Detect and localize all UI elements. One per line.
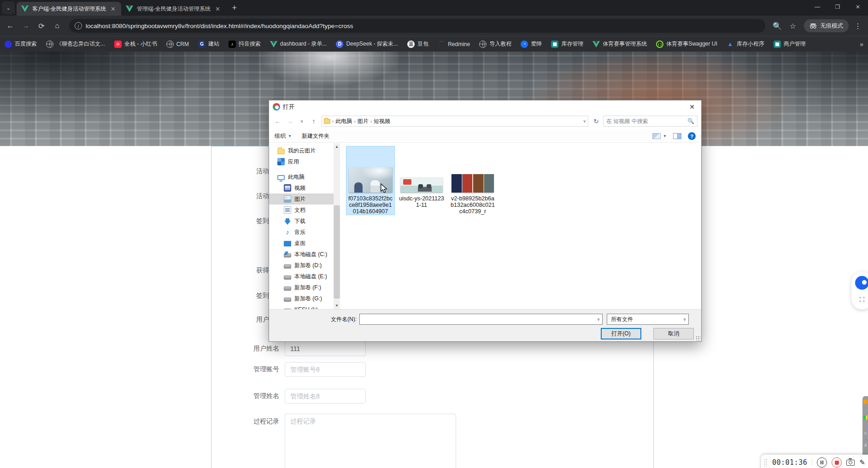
bookmark-item[interactable]: 体育赛事管理系统 bbox=[592, 40, 647, 48]
preview-pane-icon[interactable] bbox=[673, 133, 681, 139]
cancel-button[interactable]: 取消 bbox=[653, 328, 694, 339]
assistant-drag-handle-icon[interactable] bbox=[858, 296, 866, 303]
bookmark-item[interactable]: ▦库存管理 bbox=[551, 40, 583, 48]
new-tab-button[interactable]: + bbox=[229, 2, 240, 14]
bookmark-item[interactable]: ⌒Redmine bbox=[438, 41, 470, 48]
bookmark-item[interactable]: { }体育赛事Swagger UI bbox=[656, 40, 717, 48]
bookmark-item[interactable]: ◔爱降 bbox=[521, 40, 542, 48]
new-folder-button[interactable]: 新建文件夹 bbox=[302, 132, 329, 140]
filename-dropdown-icon[interactable]: ∨ bbox=[595, 317, 602, 322]
site-info-icon[interactable]: i bbox=[75, 22, 82, 29]
scrollbar-thumb[interactable] bbox=[334, 205, 340, 298]
help-icon[interactable]: ? bbox=[688, 132, 696, 140]
bookmark-item[interactable]: ♪抖音搜索 bbox=[229, 40, 261, 48]
back-button[interactable]: ← bbox=[4, 19, 17, 32]
bookmark-item[interactable]: 豆豆包 bbox=[407, 40, 428, 48]
tab-search-button[interactable]: ⌄ bbox=[2, 1, 15, 14]
dialog-titlebar[interactable]: 打开 bbox=[269, 100, 701, 113]
sidebar-item-music[interactable]: ♪音乐 bbox=[269, 227, 340, 238]
file-item-selected[interactable]: f07103c8352f2bcce8f1958aee9e1014b1604907 bbox=[346, 146, 394, 215]
screenshot-camera-icon[interactable] bbox=[846, 460, 855, 466]
bookmark-item[interactable]: 《聊斋志异白话文... bbox=[46, 40, 105, 48]
menu-kebab-icon[interactable]: ⋮ bbox=[851, 19, 864, 32]
filetype-select[interactable]: 所有文件 ∨ bbox=[607, 314, 689, 325]
bookmark-item[interactable]: DDeepSeek - 探索未... bbox=[336, 40, 398, 48]
annotate-pencil-icon[interactable]: ✎ bbox=[859, 458, 865, 467]
filename-combobox[interactable]: ∨ bbox=[359, 314, 603, 325]
sidebar-item-documents[interactable]: 文档 bbox=[269, 205, 340, 216]
dock-icon[interactable] bbox=[863, 415, 868, 420]
bookmark-star-icon[interactable]: ☆ bbox=[786, 19, 799, 32]
restore-button[interactable]: ❐ bbox=[827, 0, 848, 14]
bookmark-item[interactable]: G建站 bbox=[198, 40, 219, 48]
minimize-button[interactable]: — bbox=[807, 0, 827, 14]
dock-icon[interactable] bbox=[863, 400, 868, 404]
resize-grip-icon[interactable] bbox=[696, 336, 700, 340]
file-item[interactable]: v2-b98925b2b6ab132ac6008c021c4c0739_r bbox=[449, 146, 497, 215]
bookmark-item[interactable]: 导入教程 bbox=[479, 40, 511, 48]
nav-forward-icon[interactable]: → bbox=[285, 117, 295, 125]
dialog-close-button[interactable]: ✕ bbox=[683, 100, 701, 113]
user-name-input[interactable] bbox=[285, 341, 366, 356]
breadcrumb-pictures[interactable]: 图片 bbox=[358, 117, 369, 125]
tab-client[interactable]: 客户端-全民健身活动管理系统 ✕ bbox=[17, 2, 121, 16]
sidebar-item-drive-i[interactable]: KESU (I:) bbox=[269, 304, 340, 309]
admin-account-input[interactable] bbox=[285, 362, 366, 377]
sidebar-item-downloads[interactable]: 下载 bbox=[269, 216, 340, 227]
sidebar-item-this-pc[interactable]: 此电脑 bbox=[269, 171, 340, 182]
bookmark-item[interactable]: CRM bbox=[166, 41, 189, 48]
filetype-dropdown-icon[interactable]: ∨ bbox=[681, 317, 688, 322]
nav-back-icon[interactable]: ← bbox=[273, 117, 283, 125]
nav-history-chevron-icon[interactable]: ∨ bbox=[297, 119, 307, 123]
scroll-down-icon[interactable]: ▼ bbox=[334, 302, 340, 309]
recorder-drag-handle-icon[interactable] bbox=[764, 458, 768, 467]
sidebar-item-cloud-pictures[interactable]: 我的云图片 bbox=[269, 145, 340, 156]
filename-input[interactable] bbox=[360, 315, 595, 324]
sidebar-item-desktop[interactable]: 桌面 bbox=[269, 238, 340, 249]
refresh-icon[interactable]: ↻ bbox=[591, 118, 601, 125]
search-box[interactable]: 在 短视频 中搜索 🔍 bbox=[603, 116, 698, 127]
tab-admin[interactable]: 管理端-全民健身活动管理系统 ✕ bbox=[121, 2, 226, 16]
sidebar-item-apps[interactable]: 应用 bbox=[269, 156, 340, 167]
sidebar-item-drive-f[interactable]: 新加卷 (F:) bbox=[269, 282, 340, 293]
sidebar-item-pictures[interactable]: 图片 bbox=[269, 193, 340, 205]
assistant-logo-icon[interactable] bbox=[855, 276, 868, 290]
breadcrumb-this-pc[interactable]: 此电脑 bbox=[335, 117, 352, 125]
sidebar-scrollbar[interactable]: ▲ ▼ bbox=[334, 143, 340, 309]
scroll-up-icon[interactable]: ▲ bbox=[334, 143, 340, 150]
nav-up-icon[interactable]: ↑ bbox=[309, 117, 319, 125]
breadcrumb[interactable]: ›此电脑 ›图片 ›短视频 ∨ bbox=[322, 116, 588, 127]
bookmark-item[interactable]: 小全栈 - 小红书 bbox=[114, 40, 157, 48]
assistant-widget[interactable] bbox=[851, 272, 868, 310]
admin-name-input[interactable] bbox=[285, 389, 366, 404]
breadcrumb-folder[interactable]: 短视频 bbox=[374, 117, 390, 125]
sidebar-item-drive-g[interactable]: 新加卷 (G:) bbox=[269, 293, 340, 304]
process-record-textarea[interactable] bbox=[285, 414, 456, 468]
tab-close-icon[interactable]: ✕ bbox=[214, 6, 221, 12]
bookmark-item[interactable]: ▲库存小程序 bbox=[727, 40, 764, 48]
bookmark-item[interactable]: 百度搜索 bbox=[5, 40, 37, 48]
home-button[interactable]: ⌂ bbox=[51, 19, 64, 32]
file-item[interactable]: uisdc-ys-20211231-11 bbox=[398, 146, 446, 208]
sidebar-item-drive-d[interactable]: 新加卷 (D:) bbox=[269, 260, 340, 271]
tab-close-icon[interactable]: ✕ bbox=[110, 6, 117, 12]
sidebar-item-drive-e[interactable]: 本地磁盘 (E:) bbox=[269, 271, 340, 282]
chrome-icon bbox=[273, 103, 280, 111]
bookmark-item[interactable]: dashboard - 录单... bbox=[270, 40, 327, 48]
address-bar[interactable]: i localhost:8080/springbootavwmry8v/fron… bbox=[69, 19, 765, 33]
open-button[interactable]: 打开(O) bbox=[601, 328, 641, 339]
reload-button[interactable]: ⟳ bbox=[35, 19, 48, 32]
organize-menu[interactable]: 组织▼ bbox=[275, 132, 292, 140]
view-mode-button[interactable]: ▼ bbox=[652, 133, 667, 139]
stop-button[interactable] bbox=[832, 457, 842, 468]
search-icon[interactable]: 🔍 bbox=[687, 118, 694, 124]
sidebar-item-drive-c[interactable]: 本地磁盘 (C:) bbox=[269, 249, 340, 260]
bookmarks-overflow-chevron[interactable]: » bbox=[860, 41, 863, 48]
zoom-icon[interactable]: 🔍 bbox=[771, 19, 784, 32]
bookmark-item[interactable]: ▦商户管理 bbox=[774, 40, 806, 48]
forward-button[interactable]: → bbox=[19, 19, 32, 32]
breadcrumb-dropdown-icon[interactable]: ∨ bbox=[583, 119, 586, 123]
pause-button[interactable] bbox=[817, 457, 827, 468]
sidebar-item-videos[interactable]: 视频 bbox=[269, 182, 340, 193]
close-window-button[interactable]: ✕ bbox=[848, 0, 868, 14]
